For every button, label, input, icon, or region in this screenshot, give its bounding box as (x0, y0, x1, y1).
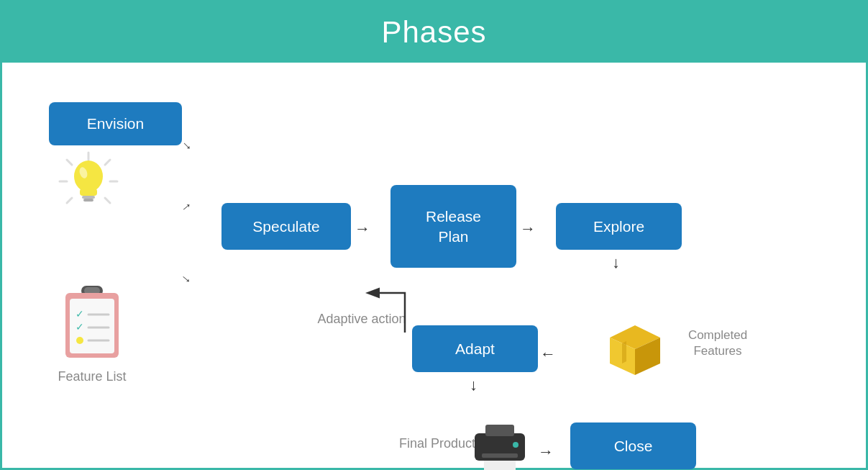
arrow-adaptive-up (362, 271, 419, 339)
printer-icon (471, 419, 529, 470)
explore-box: Explore (556, 203, 682, 250)
svg-rect-29 (482, 453, 518, 458)
close-box: Close (570, 422, 696, 469)
svg-point-7 (74, 161, 103, 192)
adapt-box: Adapt (412, 325, 538, 372)
final-product-label: Final Product (394, 435, 480, 452)
arrow-lightbulb-speculate: → (176, 197, 196, 217)
arrow-box-adapt: ← (540, 345, 556, 363)
release-plan-box: ReleasePlan (390, 185, 516, 268)
svg-marker-25 (622, 341, 626, 363)
svg-rect-9 (82, 196, 95, 199)
clipboard-icon: ✓ ✓ (60, 286, 124, 365)
package-icon (606, 322, 664, 379)
completed-features-label: Completed Features (671, 327, 764, 359)
arrow-lightbulb-clipboard: → (176, 269, 196, 289)
svg-line-3 (105, 198, 110, 203)
svg-rect-10 (83, 199, 93, 202)
svg-text:✓: ✓ (76, 308, 84, 320)
speculate-box: Speculate (221, 203, 351, 250)
arrow-printer-close: → (538, 443, 554, 461)
svg-rect-30 (485, 425, 514, 436)
header-title: Phases (381, 15, 486, 49)
svg-line-4 (67, 160, 72, 165)
lightbulb-icon (56, 149, 121, 214)
diagram-area: Envision → (2, 63, 866, 468)
svg-point-20 (76, 337, 83, 344)
arrow-speculate-releaseplan: → (355, 220, 370, 238)
svg-rect-8 (80, 189, 97, 196)
main-container: Phases Envision → (0, 0, 868, 470)
page-header: Phases (2, 2, 866, 63)
svg-line-1 (105, 160, 110, 165)
arrow-releaseplan-explore: → (520, 220, 536, 238)
svg-line-6 (67, 198, 72, 203)
envision-box: Envision (49, 102, 182, 145)
feature-list-label: Feature List (49, 369, 135, 385)
arrow-explore-box: ↓ (612, 253, 620, 272)
arrow-adapt-printer: ↓ (470, 376, 478, 394)
svg-text:✓: ✓ (76, 321, 84, 333)
svg-point-31 (513, 442, 518, 448)
